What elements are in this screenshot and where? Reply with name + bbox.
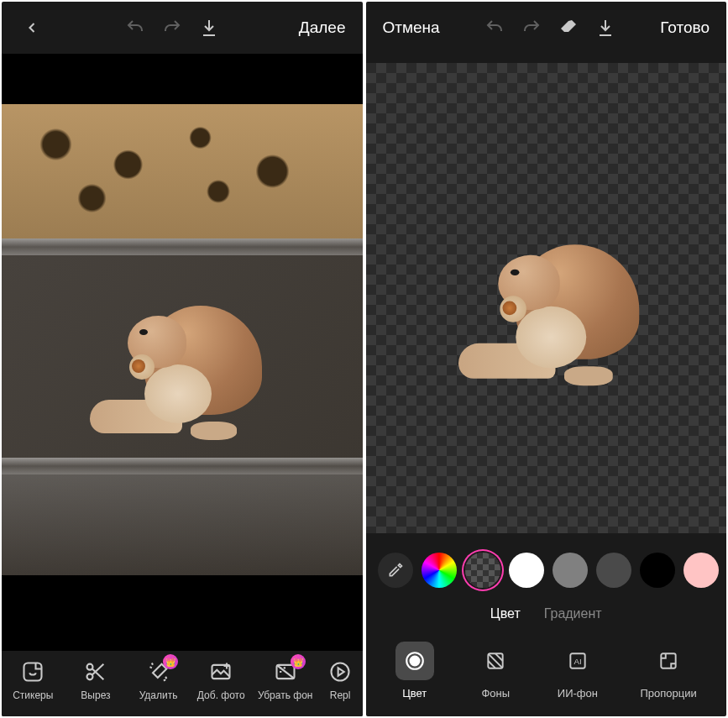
cancel-button[interactable]: Отмена (378, 18, 445, 37)
tool-label: Стикеры (13, 689, 53, 701)
tab-color[interactable]: Цвет (490, 606, 521, 621)
undo-button[interactable] (117, 9, 154, 46)
replace-icon (327, 659, 353, 684)
svg-rect-0 (24, 663, 42, 681)
ratio-icon (649, 642, 688, 680)
redo-icon (162, 18, 182, 38)
tab-gradient[interactable]: Градиент (544, 606, 602, 621)
bg-bottom-toolbar: Цвет Фоны AI ИИ-фон Пропорции (366, 630, 727, 716)
next-button[interactable]: Далее (294, 18, 351, 37)
premium-badge: 👑 (163, 654, 178, 669)
swatch-white[interactable] (509, 553, 544, 588)
bgtool-label: Фоны (481, 687, 510, 700)
bgtool-aibg[interactable]: AI ИИ-фон (558, 642, 598, 700)
tool-label: Удалить (139, 689, 178, 701)
swatch-black[interactable] (640, 553, 675, 588)
svg-point-5 (332, 663, 349, 681)
transparent-canvas (366, 63, 727, 533)
color-mode-tabs: Цвет Градиент (366, 598, 727, 630)
tool-label: Доб. фото (197, 689, 245, 701)
back-button[interactable] (13, 9, 50, 46)
redo-icon (521, 18, 542, 38)
scissors-icon (83, 659, 108, 684)
tool-label: Repl (330, 689, 351, 701)
svg-point-1 (86, 664, 92, 670)
bgtool-color[interactable]: Цвет (395, 642, 434, 700)
undo-button[interactable] (476, 9, 513, 46)
tool-addphoto[interactable]: Доб. фото (195, 659, 247, 701)
swatch-pink[interactable] (683, 553, 719, 588)
download-button[interactable] (191, 9, 228, 46)
hamster-figurine (86, 297, 262, 440)
bgtool-label: Пропорции (640, 687, 696, 700)
pattern-icon (476, 642, 515, 680)
svg-rect-11 (661, 653, 675, 668)
svg-text:AI: AI (573, 657, 581, 666)
editor-screen-main: Далее Стикеры Вырез 👑 Удалить Д (2, 2, 363, 716)
redo-button[interactable] (154, 9, 191, 46)
shelf-reflection (2, 474, 363, 575)
sticker-icon (20, 659, 45, 684)
eraser-icon (558, 18, 579, 38)
add-photo-icon (208, 659, 233, 684)
color-picker-button[interactable] (422, 553, 457, 588)
canvas-bg[interactable] (366, 54, 727, 542)
premium-badge: 👑 (291, 654, 306, 669)
eyedropper-button[interactable] (378, 553, 413, 588)
tool-label: Вырез (81, 689, 110, 701)
ai-icon: AI (558, 642, 597, 680)
eyedropper-icon (387, 562, 404, 579)
eraser-button[interactable] (550, 9, 587, 46)
download-icon (595, 18, 615, 38)
svg-point-7 (410, 657, 419, 666)
tool-replace[interactable]: Repl (323, 659, 357, 701)
topbar-bg: Отмена Готово (366, 2, 727, 54)
bgtool-ratio[interactable]: Пропорции (640, 642, 696, 700)
topbar-main: Далее (2, 2, 363, 54)
undo-icon (484, 18, 505, 38)
done-button[interactable]: Готово (655, 18, 715, 37)
glass-shelf (2, 458, 363, 474)
undo-icon (125, 18, 145, 38)
bottom-toolbar: Стикеры Вырез 👑 Удалить Доб. фото 👑 Убра… (2, 651, 363, 716)
swatch-gray[interactable] (553, 553, 588, 588)
bgtool-label: ИИ-фон (558, 687, 598, 700)
tool-label: Убрать фон (258, 689, 313, 701)
bgtool-backgrounds[interactable]: Фоны (476, 642, 515, 700)
photo-content (2, 104, 363, 575)
redo-button[interactable] (513, 9, 550, 46)
color-swatch-row (366, 542, 727, 598)
tool-remove[interactable]: 👑 Удалить (133, 659, 185, 701)
download-icon (199, 18, 219, 38)
swatch-darkgray[interactable] (596, 553, 631, 588)
download-button[interactable] (587, 9, 624, 46)
swatch-transparent[interactable] (465, 553, 500, 588)
hamster-cutout[interactable] (453, 236, 639, 386)
tool-removebg[interactable]: 👑 Убрать фон (258, 659, 313, 701)
color-circle-icon (395, 642, 434, 680)
glass-shelf (2, 238, 363, 255)
canvas-main[interactable] (2, 54, 363, 651)
bgtool-label: Цвет (402, 687, 427, 700)
editor-screen-bg: Отмена Готово (366, 2, 727, 716)
tool-stickers[interactable]: Стикеры (7, 659, 59, 701)
chevron-left-icon (24, 19, 40, 36)
svg-point-2 (86, 673, 92, 679)
leopard-object (2, 104, 363, 238)
tool-cut[interactable]: Вырез (70, 659, 122, 701)
